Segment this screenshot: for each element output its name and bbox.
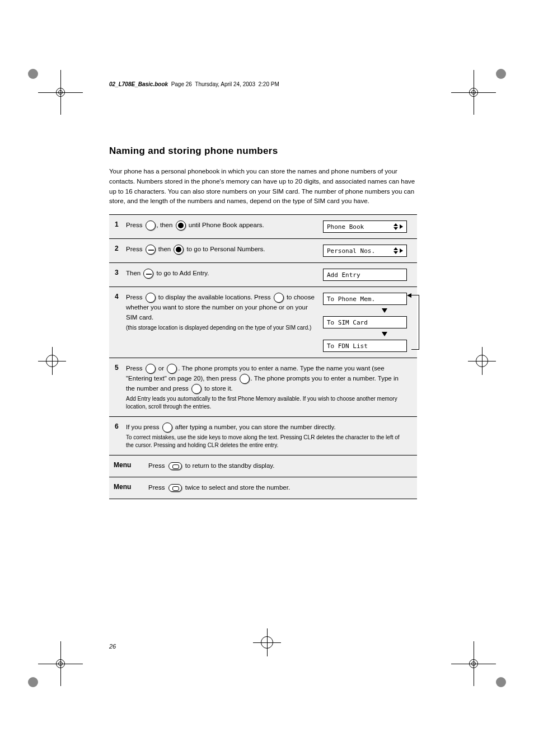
step-number: 5 <box>115 364 119 372</box>
flow-arrow-icon <box>382 308 387 313</box>
note-text: To correct mistakes, use the side keys t… <box>126 434 407 449</box>
crop-mark <box>468 347 496 375</box>
end-key-icon <box>168 462 182 470</box>
step-text: Press , then until Phone Book appears. <box>126 220 323 231</box>
menu-label: Menu <box>114 483 131 491</box>
step-number: 2 <box>115 245 119 252</box>
page-title: Naming and storing phone numbers <box>109 145 417 157</box>
step-number: 4 <box>115 293 119 300</box>
crop-mark <box>451 641 496 686</box>
nav-button-icon <box>167 364 177 374</box>
step-row: 4 Press to display the available locatio… <box>109 287 417 358</box>
step-display: Personal Nos. <box>323 245 413 257</box>
ok-button-icon <box>146 293 156 303</box>
running-header: 02_L708E_Basic.book Page 26 Thursday, Ap… <box>109 81 279 87</box>
nav-button-icon <box>274 293 284 303</box>
crop-mark <box>451 70 496 115</box>
step-row: 3 Then to go to Add Entry. Add Entry <box>109 262 417 287</box>
lcd-readout: Add Entry <box>323 269 407 281</box>
step-number: 3 <box>115 269 119 276</box>
ok-button-icon <box>162 422 172 433</box>
step-text: Press twice to select and store the numb… <box>148 483 413 493</box>
menu-label: Menu <box>114 461 131 469</box>
page-number: 26 <box>109 643 116 650</box>
step-number: 1 <box>115 220 119 228</box>
crop-mark <box>38 347 66 375</box>
menu-button-icon <box>146 220 156 231</box>
intro-paragraph: Your phone has a personal phonebook in w… <box>109 167 417 206</box>
lcd-readout: To SIM Card <box>323 316 407 328</box>
page-content: Naming and storing phone numbers Your ph… <box>109 145 417 499</box>
ok-button-icon <box>146 245 156 255</box>
step-display: Phone Book <box>323 220 413 233</box>
step-display: Add Entry <box>323 269 413 281</box>
header-time: 2:20 PM <box>259 81 279 87</box>
ok-button-icon <box>143 269 153 279</box>
footnote: (this storage location is displayed depe… <box>126 324 317 332</box>
step-row: 1 Press , then until Phone Book appears.… <box>109 214 417 238</box>
step-row: 6 If you press after typing a number, yo… <box>109 416 417 455</box>
down-button-icon <box>176 220 186 231</box>
ok-button-icon <box>146 364 156 374</box>
steps-panel: 1 Press , then until Phone Book appears.… <box>109 214 417 499</box>
step-text: Press to display the available locations… <box>126 293 323 332</box>
lcd-readout: To FDN List <box>323 340 407 352</box>
crop-mark <box>38 641 83 686</box>
step-row: 5 Press or . The phone prompts you to en… <box>109 358 417 416</box>
lcd-readout: Phone Book <box>323 220 407 233</box>
flow-arrow-icon <box>382 332 387 336</box>
lcd-readout: Personal Nos. <box>323 245 407 257</box>
ok-button-icon <box>191 384 202 394</box>
down-button-icon <box>174 245 184 255</box>
loop-arrow-icon <box>411 295 419 350</box>
step-row: Menu Press twice to select and store the… <box>109 477 417 499</box>
step-text: Press to return to the standby display. <box>148 461 413 471</box>
file-name: 02_L708E_Basic.book <box>109 81 168 87</box>
step-text: Press then to go to Personal Numbers. <box>126 245 323 255</box>
step-display: To Phone Mem. To SIM Card To FDN List <box>323 293 413 352</box>
end-key-icon <box>168 484 182 492</box>
step-text: If you press after typing a number, you … <box>126 422 413 449</box>
note-text: Add Entry leads you automatically to the… <box>126 395 407 411</box>
step-row: 2 Press then to go to Personal Numbers. … <box>109 238 417 262</box>
ok-button-icon <box>240 374 250 384</box>
crop-mark <box>38 70 83 115</box>
page-label: Page 26 <box>171 81 192 87</box>
step-text: Then to go to Add Entry. <box>126 269 323 279</box>
step-number: 6 <box>115 422 119 430</box>
header-date: Thursday, April 24, 2003 <box>195 81 255 87</box>
lcd-readout: To Phone Mem. <box>323 293 407 305</box>
crop-mark <box>253 628 281 656</box>
step-row: Menu Press to return to the standby disp… <box>109 455 417 477</box>
step-text: Press or . The phone prompts you to ente… <box>126 364 413 411</box>
